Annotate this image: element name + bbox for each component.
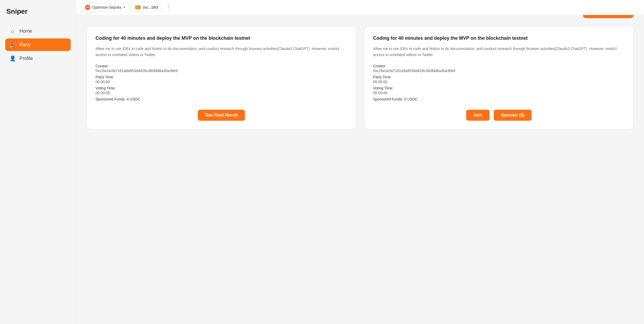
card-1-voting-time-label: Voting Time: <box>95 86 347 90</box>
profile-icon: 👤 <box>9 55 16 62</box>
sidebar-item-party[interactable]: 🎉 Party <box>5 38 71 51</box>
card-2-voting-time-label: Voting Time: <box>373 86 625 90</box>
sidebar-item-home[interactable]: ⌂ Home <box>5 25 71 37</box>
main-content: OP Optimism Sepolia ▾ 0xc...bB9 ⋮ + Crea… <box>76 0 644 324</box>
party-card-1: Coding for 40 minutes and deploy the MVP… <box>87 26 356 129</box>
more-options-button[interactable]: ⋮ <box>165 3 172 12</box>
network-name: Optimism Sepolia <box>92 5 121 9</box>
topbar: OP Optimism Sepolia ▾ 0xc...bB9 ⋮ <box>76 0 644 15</box>
sidebar-item-profile-label: Profile <box>19 56 33 61</box>
chevron-down-icon: ▾ <box>123 6 125 9</box>
card-1-actions: See Final Result <box>95 110 347 121</box>
card-2-party-time-label: Party Time: <box>373 75 625 79</box>
card-2-title: Coding for 40 minutes and deploy the MVP… <box>373 35 625 42</box>
card-2-meta: Creator: 0xc1fa14cfa7161a9a953dd428c360f… <box>373 64 625 101</box>
card-1-sponsored-funds: Sponsored Funds: 4 USDC <box>95 97 347 101</box>
card-1-party-time-value: 00:00:00 <box>95 80 347 84</box>
card-2-party-time-value: 00:00:00 <box>373 80 625 84</box>
app-logo: Sniper <box>5 7 71 16</box>
wallet-info[interactable]: 0xc...bB9 <box>132 3 162 12</box>
sidebar-nav: ⌂ Home 🎉 Party 👤 Profile <box>5 25 71 65</box>
card-1-creator-label: Creator: <box>95 64 347 68</box>
sidebar-item-party-label: Party <box>19 42 31 48</box>
see-final-result-button[interactable]: See Final Result <box>198 110 245 121</box>
card-2-sponsored-funds: Sponsored Funds: 0 USDC <box>373 97 625 101</box>
wallet-address: 0xc...bB9 <box>143 5 158 9</box>
party-card-2: Coding for 40 minutes and deploy the MVP… <box>364 26 633 129</box>
card-2-creator-value: 0xc1fa14cfa7161a9a953dd428c360fdd8a30a3b… <box>373 69 625 73</box>
wallet-icon <box>135 4 141 10</box>
network-selector[interactable]: OP Optimism Sepolia ▾ <box>82 3 128 12</box>
card-2-description: Allow me to use IDEs to code and Notion … <box>373 46 625 58</box>
card-1-title: Coding for 40 minutes and deploy the MVP… <box>95 35 347 42</box>
sidebar: Sniper ⌂ Home 🎉 Party 👤 Profile <box>0 0 76 324</box>
network-icon: OP <box>85 5 90 10</box>
card-1-voting-time-value: 00:00:00 <box>95 91 347 95</box>
card-2-voting-time-value: 00:00:00 <box>373 91 625 95</box>
cards-grid: Coding for 40 minutes and deploy the MVP… <box>87 26 633 129</box>
home-icon: ⌂ <box>9 28 16 34</box>
card-1-creator-value: 0xc1fa14cfa7161a9a953dd428c360fdd8a30a3b… <box>95 69 347 73</box>
sponsor-button[interactable]: Sponsor ($) <box>494 110 532 121</box>
card-1-description: Allow me to use IDEs to code and Notion … <box>95 46 347 58</box>
card-1-party-time-label: Party Time: <box>95 75 347 79</box>
card-2-creator-label: Creator: <box>373 64 625 68</box>
sidebar-item-home-label: Home <box>19 28 32 34</box>
sidebar-item-profile[interactable]: 👤 Profile <box>5 52 71 65</box>
svg-point-2 <box>139 7 140 8</box>
party-icon: 🎉 <box>9 42 16 48</box>
card-2-actions: Join Sponsor ($) <box>373 110 625 121</box>
join-button[interactable]: Join <box>466 110 490 121</box>
card-1-meta: Creator: 0xc1fa14cfa7161a9a953dd428c360f… <box>95 64 347 101</box>
